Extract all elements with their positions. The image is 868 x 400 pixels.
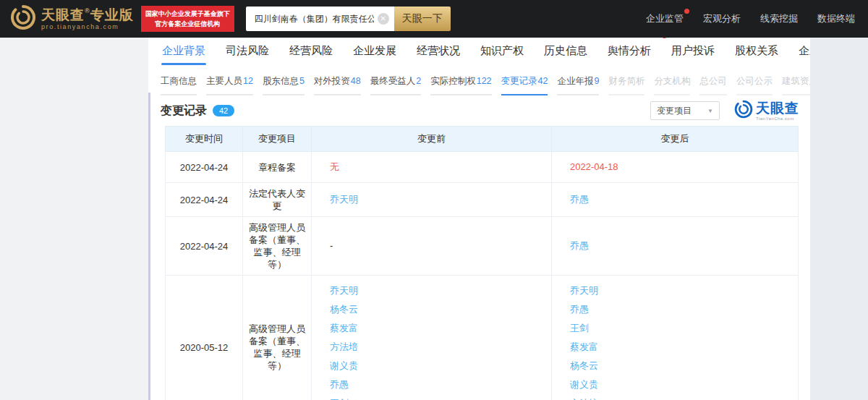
subnav-item-企业年报[interactable]: 企业年报9 <box>557 75 599 95</box>
person-link[interactable]: 乔愚 <box>330 375 551 394</box>
subnav-label: 对外投资 <box>314 76 350 86</box>
subnav-item-最终受益人[interactable]: 最终受益人2 <box>370 75 421 95</box>
change-item-filter-dropdown[interactable]: 变更项目 ▼ <box>650 101 720 120</box>
table-row: 2022-04-24法定代表人变更乔天明乔愚 <box>166 183 799 217</box>
tab-历史信息[interactable]: 历史信息 <box>534 38 597 65</box>
subnav-item-变更记录[interactable]: 变更记录42 <box>501 75 548 95</box>
search-box: ✕ 天眼一下 <box>246 7 451 31</box>
search-button[interactable]: 天眼一下 <box>394 7 451 31</box>
person-link[interactable]: 乔天明 <box>330 281 551 300</box>
subnav-item-工商信息[interactable]: 工商信息 <box>161 75 197 95</box>
col-header-change-item: 变更项目 <box>243 127 312 152</box>
tab-企业族谱[interactable]: 企业族谱 <box>788 38 810 65</box>
person-link[interactable]: 乔愚 <box>570 237 798 255</box>
change-item-cell: 章程备案 <box>243 152 312 183</box>
topnav-item-企业监管[interactable]: 企业监管 <box>646 12 684 25</box>
tianyancha-logo[interactable]: 天眼查®专业版 pro.tianyancha.com <box>10 4 134 33</box>
col-header-change-after: 变更后 <box>552 127 799 152</box>
change-after-cell: 乔愚 <box>552 217 799 276</box>
subnav-label: 最终受益人 <box>370 76 416 86</box>
change-date-cell: 2020-05-12 <box>166 276 243 400</box>
top-bar: 天眼查®专业版 pro.tianyancha.com 国家中小企业发展子基金旗下… <box>0 0 868 38</box>
change-date-cell: 2022-04-24 <box>166 217 243 276</box>
person-link[interactable]: 杨冬云 <box>570 357 798 375</box>
change-after-cell: 乔天明乔愚王剑蔡发富杨冬云谢义贵方法培 <box>552 276 799 400</box>
certification-badge: 国家中小企业发展子基金旗下 官方备案企业征信机构 <box>141 6 234 32</box>
tab-企业背景[interactable]: 企业背景 <box>152 38 216 65</box>
tab-司法风险[interactable]: 司法风险 <box>216 38 279 65</box>
tab-企业发展[interactable]: 企业发展 <box>343 38 407 65</box>
subnav-item-股东信息[interactable]: 股东信息5 <box>263 75 305 95</box>
watermark-logo: 天眼查 TianYanCha.com <box>734 100 799 122</box>
person-link[interactable]: 乔愚 <box>570 190 798 209</box>
subnav-count: 12 <box>243 76 253 86</box>
tab-经营风险[interactable]: 经营风险 <box>279 38 343 65</box>
primary-tabs: 企业背景司法风险经营风险企业发展经营状况知识产权历史信息舆情分析用户投诉股权关系… <box>150 38 810 65</box>
person-link[interactable]: 蔡发富 <box>330 319 551 338</box>
tab-经营状况[interactable]: 经营状况 <box>407 38 470 65</box>
topnav-item-数据终端[interactable]: 数据终端 <box>817 12 855 25</box>
subnav-count: 122 <box>477 76 492 86</box>
search-clear-icon[interactable]: ✕ <box>378 13 389 25</box>
person-link[interactable]: 方法培 <box>330 338 551 357</box>
subnav-label: 变更记录 <box>501 76 537 86</box>
change-value: 2022-04-18 <box>570 158 798 176</box>
topnav-item-宏观分析[interactable]: 宏观分析 <box>703 12 741 25</box>
person-link[interactable]: 谢义贵 <box>330 357 551 375</box>
change-before-cell: - <box>312 217 552 276</box>
change-after-cell: 乔愚 <box>552 183 799 217</box>
record-count-badge: 42 <box>213 105 234 116</box>
tab-用户投诉[interactable]: 用户投诉 <box>661 38 725 65</box>
person-link[interactable]: 乔天明 <box>330 190 551 209</box>
subnav-label: 工商信息 <box>161 76 197 86</box>
subnav-count: 42 <box>538 76 548 86</box>
table-row: 2022-04-24高级管理人员备案（董事、监事、经理等）-乔愚 <box>166 217 799 276</box>
person-link[interactable]: 王剑 <box>570 319 798 338</box>
chevron-down-icon: ▼ <box>707 108 713 114</box>
change-before-cell: 乔天明杨冬云蔡发富方法培谢义贵乔愚王剑 <box>312 276 552 400</box>
change-after-cell: 2022-04-18 <box>552 152 799 183</box>
topnav-item-线索挖掘[interactable]: 线索挖掘 <box>760 12 798 25</box>
person-link[interactable]: 乔愚 <box>570 300 798 319</box>
change-before-cell: 无 <box>312 152 552 183</box>
topbar-nav: 企业监管宏观分析线索挖掘数据终端 <box>646 12 855 25</box>
person-link[interactable]: 谢义贵 <box>570 375 798 394</box>
col-header-change-time: 变更时间 <box>166 127 243 152</box>
change-value: - <box>330 237 551 255</box>
person-link[interactable]: 杨冬云 <box>330 300 551 319</box>
subnav-label: 实际控制权 <box>430 76 476 86</box>
subnav-item-主要人员[interactable]: 主要人员12 <box>206 75 253 95</box>
brand-title: 天眼查®专业版 <box>41 8 134 22</box>
change-date-cell: 2022-04-24 <box>166 152 243 183</box>
subnav-count: 9 <box>594 76 599 86</box>
change-date-cell: 2022-04-24 <box>166 183 243 217</box>
brand-domain: pro.tianyancha.com <box>41 24 134 30</box>
person-link[interactable]: 方法培 <box>570 394 798 400</box>
tab-舆情分析[interactable]: 舆情分析 <box>597 38 661 65</box>
change-before-cell: 乔天明 <box>312 183 552 217</box>
search-input[interactable] <box>246 7 394 31</box>
subnav-item-总公司: 总公司 <box>699 75 727 95</box>
subnav-item-对外投资[interactable]: 对外投资48 <box>314 75 361 95</box>
logo-swirl-icon <box>10 4 36 33</box>
col-header-change-before: 变更前 <box>312 127 552 152</box>
person-link[interactable]: 蔡发富 <box>570 338 798 357</box>
subnav-label: 分支机构 <box>654 76 690 86</box>
left-margin <box>0 38 148 400</box>
section-title: 变更记录 <box>161 103 207 119</box>
tab-知识产权[interactable]: 知识产权 <box>470 38 534 65</box>
watermark-domain: TianYanCha.com <box>756 116 799 121</box>
subnav-label: 财务简析 <box>608 76 644 86</box>
subnav-label: 建筑资质 <box>782 76 810 86</box>
tab-股权关系[interactable]: 股权关系 <box>725 38 788 65</box>
right-margin <box>810 38 868 400</box>
subnav-item-实际控制权[interactable]: 实际控制权122 <box>430 75 491 95</box>
subnav-item-公司公示: 公司公示 <box>736 75 773 95</box>
person-link[interactable]: 王剑 <box>330 394 551 400</box>
page-body: 企业背景司法风险经营风险企业发展经营状况知识产权历史信息舆情分析用户投诉股权关系… <box>0 38 868 400</box>
subnav-label: 企业年报 <box>557 76 593 86</box>
person-link[interactable]: 乔天明 <box>570 281 798 300</box>
watermark-brand: 天眼查 <box>756 101 799 115</box>
subnav-count: 48 <box>351 76 361 86</box>
change-value: 无 <box>330 158 551 176</box>
